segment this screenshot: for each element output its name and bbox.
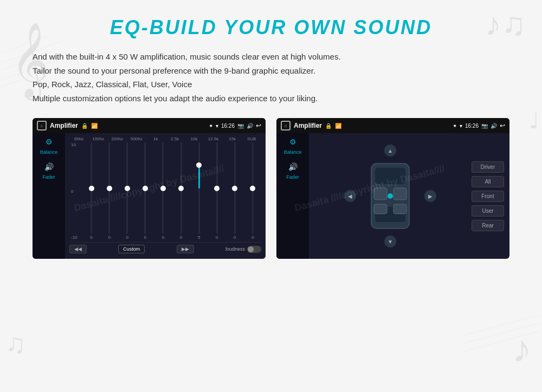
eq-fader-label: Fader: [42, 174, 55, 180]
eq-prev-button[interactable]: ◀◀: [69, 245, 87, 253]
eq-bar-4[interactable]: 0: [154, 142, 171, 240]
eq-bar-5[interactable]: 0: [172, 142, 189, 240]
fader-bt-icon: ✦: [453, 123, 457, 129]
fader-back-icon[interactable]: ↩: [500, 122, 505, 129]
freq-1k: 1k: [147, 136, 164, 141]
all-button[interactable]: All: [472, 176, 504, 187]
freq-sub: SUB: [243, 136, 260, 141]
music-notes-deco-br: ♪: [512, 327, 531, 370]
driver-button[interactable]: Driver: [472, 161, 504, 173]
fader-screen: ⌂ Amplifier 🔒 📶 ✦ ▾ 16:26 📷 🔊 ↩ ⚙: [276, 118, 509, 259]
home-button[interactable]: ⌂: [37, 121, 47, 130]
freq-labels: 60hz 100hz 200hz 500hz 1k 2.5k 10k 12.5k…: [69, 136, 261, 141]
eq-bars-container: 10 0 -10 0: [83, 142, 261, 240]
front-button[interactable]: Front: [472, 191, 504, 202]
eq-time: 16:26: [221, 123, 235, 129]
page-title: EQ-BUILD YOUR OWN SOUND: [33, 16, 509, 39]
eq-bar-3[interactable]: 0: [137, 142, 153, 240]
fader-settings-icon[interactable]: ⚙: [289, 138, 296, 146]
eq-bar-6[interactable]: 5: [191, 142, 208, 240]
eq-layout: ⚙ Balance 🔊 Fader 60hz 100hz 200hz 500hz…: [33, 133, 266, 259]
lock-icon: 🔒: [81, 123, 88, 129]
fader-home-button[interactable]: ⌂: [281, 121, 291, 130]
fader-right-arrow[interactable]: ▶: [424, 190, 436, 202]
desc-line-3: Pop, Rock, Jazz, Classical, Flat, User, …: [33, 77, 509, 92]
fader-app-title: Amplifier: [294, 122, 322, 129]
svg-rect-6: [393, 204, 406, 214]
freq-60: 60hz: [71, 136, 87, 141]
car-diagram: ▲ ▼ ◀ ▶: [341, 142, 439, 250]
loudness-toggle[interactable]: [247, 246, 261, 253]
fader-time: 16:26: [465, 123, 479, 129]
eq-status-right: ✦ ▾ 16:26 📷 🔊 ↩: [209, 122, 261, 129]
eq-bar-8[interactable]: 0: [227, 142, 243, 240]
freq-200: 200hz: [109, 136, 125, 141]
screens-container: ⌂ Amplifier 🔒 📶 ✦ ▾ 16:26 📷 🔊 ↩ ⚙: [33, 118, 509, 259]
freq-2-5k: 2.5k: [167, 136, 183, 141]
fader-main-area: ▲ ▼ ◀ ▶: [309, 133, 509, 259]
fader-balance-label: Balance: [284, 149, 302, 155]
eq-status-bar: ⌂ Amplifier 🔒 📶 ✦ ▾ 16:26 📷 🔊 ↩: [33, 118, 266, 133]
fader-lock-icon: 🔒: [325, 123, 332, 129]
freq-12-5k: 12.5k: [205, 136, 221, 141]
back-icon[interactable]: ↩: [256, 122, 261, 129]
car-svg: [358, 153, 423, 239]
fader-wifi-icon: ▾: [460, 123, 462, 129]
desc-line-1: And with the built-in 4 x 50 W amplifica…: [33, 50, 509, 64]
svg-rect-1: [375, 168, 405, 184]
fader-sidebar: ⚙ Balance 🔊 Fader: [276, 133, 309, 259]
y-minus10: -10: [71, 235, 78, 240]
fader-status-left: ⌂ Amplifier 🔒 📶: [281, 121, 341, 130]
wifi-icon: ▾: [216, 123, 218, 129]
freq-100: 100hz: [90, 136, 106, 141]
fader-volume-icon: 🔊: [491, 123, 497, 129]
rear-button[interactable]: Rear: [472, 220, 504, 231]
eq-y-axis: 10 0 -10: [71, 142, 78, 240]
eq-screen: ⌂ Amplifier 🔒 📶 ✦ ▾ 16:26 📷 🔊 ↩ ⚙: [33, 118, 266, 259]
freq-15k: 15k: [224, 136, 241, 141]
desc-line-4: Multiple customization options let you a…: [33, 92, 509, 106]
eq-balance-label: Balance: [40, 149, 58, 155]
eq-app-title: Amplifier: [50, 122, 78, 129]
desc-line-2: Tailor the sound to your personal prefer…: [33, 64, 509, 78]
eq-volume-icon[interactable]: 🔊: [44, 162, 54, 171]
music-notes-deco-bl: ♫: [5, 328, 26, 360]
svg-rect-5: [374, 204, 387, 214]
y-10: 10: [71, 142, 78, 147]
svg-rect-4: [393, 188, 406, 200]
fader-layout: ⚙ Balance 🔊 Fader ▲: [276, 133, 509, 259]
page-description: And with the built-in 4 x 50 W amplifica…: [33, 50, 509, 105]
eq-main-area: 60hz 100hz 200hz 500hz 1k 2.5k 10k 12.5k…: [65, 133, 266, 259]
bt-icon: ✦: [209, 123, 213, 129]
eq-preset-button[interactable]: Custom: [118, 245, 145, 253]
svg-point-7: [388, 193, 393, 199]
volume-icon: 🔊: [247, 123, 253, 129]
freq-500: 500hz: [128, 136, 145, 141]
user-button[interactable]: User: [472, 205, 504, 217]
eq-next-button[interactable]: ▶▶: [177, 245, 194, 253]
fader-buttons-panel: Driver All Front User Rear: [472, 133, 509, 259]
fader-camera-icon: 📷: [481, 123, 488, 129]
eq-bar-1[interactable]: 0: [101, 142, 118, 240]
toggle-knob: [248, 246, 254, 252]
fader-signal-icon: 📶: [335, 123, 341, 129]
fader-volume-icon[interactable]: 🔊: [288, 162, 298, 171]
y-0: 0: [71, 189, 78, 194]
fader-left-arrow[interactable]: ◀: [344, 190, 356, 202]
eq-sidebar: ⚙ Balance 🔊 Fader: [33, 133, 65, 259]
fader-status-bar: ⌂ Amplifier 🔒 📶 ✦ ▾ 16:26 📷 🔊 ↩: [276, 118, 509, 133]
car-diagram-area: ▲ ▼ ◀ ▶: [309, 133, 472, 259]
signal-icon: 📶: [91, 123, 98, 129]
fader-fader-label: Fader: [286, 174, 299, 180]
eq-bar-9[interactable]: 0: [244, 142, 261, 240]
svg-rect-3: [374, 188, 387, 200]
eq-settings-icon[interactable]: ⚙: [46, 138, 53, 146]
eq-bar-7[interactable]: 0: [209, 142, 225, 240]
eq-bottom-controls: ◀◀ Custom ▶▶ loudness: [69, 242, 261, 256]
page-content: EQ-BUILD YOUR OWN SOUND And with the bui…: [0, 0, 542, 270]
freq-10k: 10k: [186, 136, 202, 141]
loudness-label: loudness: [225, 246, 245, 252]
eq-bar-2[interactable]: 0: [119, 142, 136, 240]
eq-bar-0[interactable]: 0: [83, 142, 100, 240]
loudness-control: loudness: [225, 246, 261, 253]
